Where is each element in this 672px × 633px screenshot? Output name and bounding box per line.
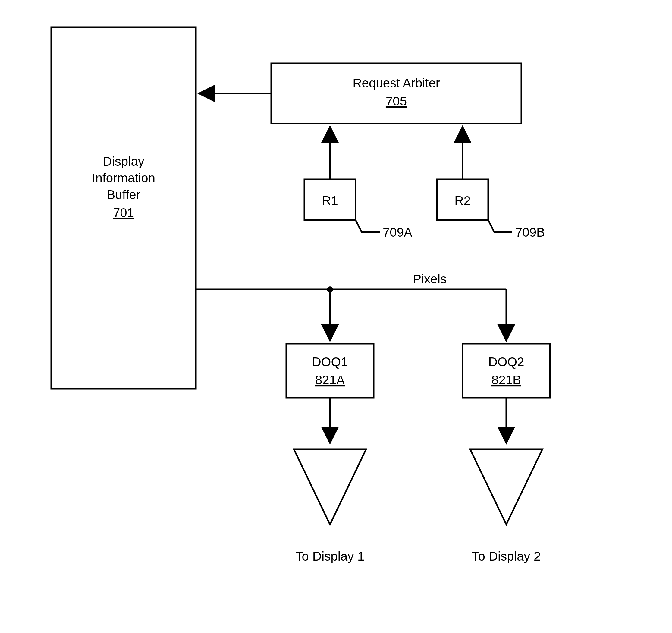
request-arbiter-block [271,63,521,123]
driver2-triangle-icon [470,449,543,524]
r2-ref: 709B [515,225,545,239]
pixels-bus-label: Pixels [413,272,447,286]
buffer-title-line2: Information [92,171,155,185]
doq1-ref: 821A [315,373,345,387]
r2-callout-line [488,220,512,232]
arbiter-title: Request Arbiter [353,76,440,90]
buffer-ref: 701 [113,206,134,220]
r1-label: R1 [322,193,338,208]
arbiter-ref: 705 [386,94,407,108]
r2-label: R2 [454,193,471,208]
doq2-block [462,344,550,398]
output1-label: To Display 1 [296,549,365,563]
output2-label: To Display 2 [472,549,541,563]
doq1-block [286,344,374,398]
buffer-title-line3: Buffer [107,187,140,202]
r1-ref: 709A [383,225,412,239]
doq2-label: DOQ2 [488,355,524,369]
doq1-label: DOQ1 [312,355,348,369]
doq2-ref: 821B [491,373,521,387]
buffer-title-line1: Display [103,154,144,168]
driver1-triangle-icon [294,449,366,524]
r1-callout-line [356,220,380,232]
